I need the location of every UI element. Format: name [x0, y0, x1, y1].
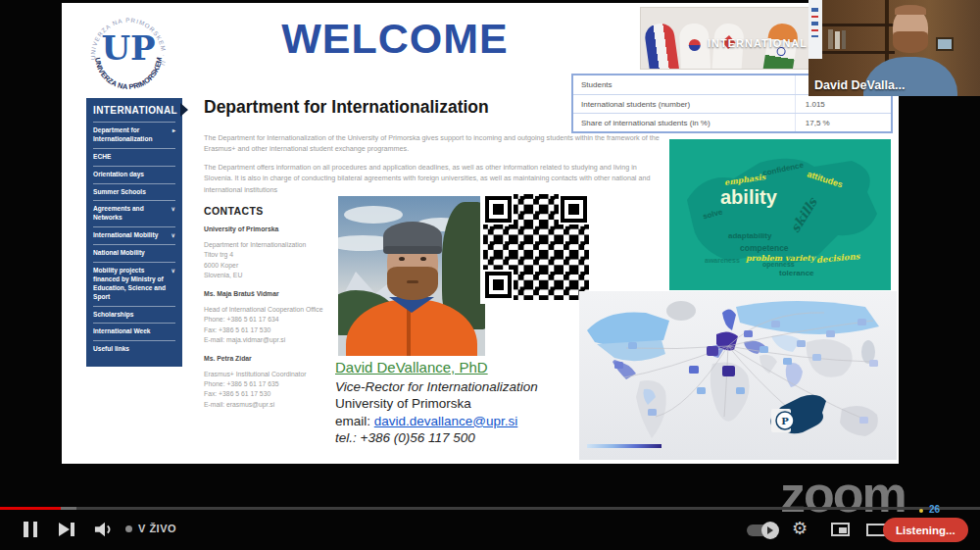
- sidebar-item-international-week[interactable]: International Week: [93, 323, 175, 340]
- wordcloud-word: competence: [740, 243, 789, 253]
- settings-gear-icon[interactable]: ⚙: [792, 518, 808, 539]
- poster-shape: [808, 0, 822, 59]
- sidebar-item-label: Mobility projects financed by Ministry o…: [93, 267, 170, 302]
- contact-line: E-mail: erasmus@upr.si: [204, 400, 343, 410]
- notification-dot-icon: [919, 509, 923, 513]
- sidebar-item-label: International Week: [93, 327, 151, 336]
- eye-shape: [399, 257, 405, 261]
- profile-photo: [338, 196, 485, 356]
- sidebar-item-label: Summer Schools: [93, 188, 146, 197]
- sidebar-item-international-mobility[interactable]: International Mobility ∨: [93, 226, 175, 244]
- tel-value: +386 (0)56 117 500: [361, 430, 475, 445]
- chevron-down-icon: ∨: [172, 231, 175, 240]
- wordcloud-slovenia-map: ability confidence attitudes emphasis so…: [669, 139, 891, 290]
- intro-paragraphs: The Department for Internationalization …: [204, 132, 661, 203]
- sidebar-item-label: National Mobility: [93, 249, 145, 258]
- progress-played: [0, 507, 61, 510]
- video-player-stage: UNIVERZA NA PRIMORSKEM · UNIVERSITÀ DEL …: [0, 0, 980, 550]
- contact-line: Fax: +386 5 61 17 530: [204, 325, 343, 335]
- autoplay-knob-icon: [761, 522, 779, 539]
- wordcloud-word: adaptability: [728, 231, 771, 240]
- contact-line: Department for Internationalization: [204, 240, 343, 250]
- live-label: V ŽIVO: [138, 523, 176, 534]
- welcome-title: WELCOME: [228, 15, 562, 63]
- contacts-heading: CONTACTS: [204, 205, 264, 217]
- world-map-partnerships: P: [579, 291, 897, 460]
- chevron-down-icon: ∨: [172, 205, 175, 223]
- volume-button[interactable]: [94, 521, 116, 538]
- profile-org: University of Primorska: [335, 395, 538, 412]
- profile-email-line: email: david.devallance@upr.si: [335, 413, 538, 429]
- contact-line: Erasmus+ Institutional Coordinator: [204, 370, 343, 379]
- contact-line: Phone: +386 5 61 17 635: [204, 379, 343, 389]
- sidebar-item-summer-schools[interactable]: Summer Schools: [93, 183, 175, 201]
- next-button[interactable]: [59, 522, 76, 537]
- shelf-shape: [822, 24, 895, 26]
- beanie-shape: [383, 222, 442, 251]
- mouth-shape: [407, 280, 418, 283]
- sidebar-item-orientation-days[interactable]: Orientation days: [93, 166, 175, 183]
- contact-line: Head of International Cooperation Office: [204, 305, 343, 315]
- contact-person-name: Ms. Maja Bratuš Vidmar: [204, 289, 343, 299]
- table-row: Share of international students (in %) 1…: [573, 113, 891, 131]
- sidebar-item-mobility-projects[interactable]: Mobility projects financed by Ministry o…: [93, 262, 175, 306]
- sidebar-item-label: ECHE: [93, 153, 111, 162]
- sidebar-header-label: INTERNATIONAL: [93, 105, 177, 116]
- email-link[interactable]: david.devallance@upr.si: [374, 414, 518, 428]
- contact-line: Phone: +386 5 61 17 634: [204, 315, 343, 325]
- table-cell-value: 17,5 %: [796, 119, 830, 127]
- sidebar-item-label: Useful links: [93, 345, 129, 354]
- contacts-block: University of Primorska Department for I…: [204, 225, 343, 419]
- profile-name-link[interactable]: David DeVallance, PhD: [335, 358, 488, 376]
- book-shape: [842, 30, 846, 49]
- beard-shape: [387, 267, 438, 300]
- contact-line: 6000 Koper: [204, 261, 343, 271]
- flag-hand-korea-icon: [679, 23, 711, 70]
- sidebar-item-department[interactable]: Department for Internationalization ▸: [93, 122, 175, 148]
- international-banner-image: INTERNATIONAL: [640, 7, 812, 70]
- flag-hand-france-icon: [644, 22, 680, 70]
- chevron-down-icon: ∨: [172, 267, 175, 302]
- logo-monogram: UP: [101, 28, 155, 68]
- miniplayer-button[interactable]: [831, 523, 850, 536]
- pause-button[interactable]: [24, 522, 39, 537]
- email-prefix: email:: [335, 414, 374, 428]
- sidebar-nav: INTERNATIONAL Department for Internation…: [86, 98, 182, 367]
- live-indicator[interactable]: V ŽIVO: [125, 523, 176, 534]
- profile-title: Vice-Rector for Internationalization: [335, 378, 538, 395]
- speaker-icon: [94, 521, 116, 538]
- sidebar-item-agreements[interactable]: Agreements and Networks ∨: [93, 200, 175, 226]
- book-shape: [835, 31, 840, 49]
- table-header-cell: Students: [573, 75, 796, 94]
- shelf-shape: [822, 51, 895, 54]
- page-title: Department for Internationalization: [204, 97, 489, 118]
- table-cell-label: International students (number): [573, 95, 796, 113]
- sidebar-arrow-icon: [180, 103, 188, 117]
- notification-count: 26: [929, 504, 940, 515]
- book-shape: [828, 29, 833, 49]
- sidebar-item-label: Scholarships: [93, 311, 133, 320]
- paragraph: The Department for Internationalization …: [204, 132, 661, 154]
- tel-prefix: tel.:: [335, 430, 361, 445]
- sidebar-item-scholarships[interactable]: Scholarships: [93, 306, 175, 324]
- sidebar-item-label: Agreements and Networks: [93, 205, 170, 223]
- live-dot-icon: [125, 525, 132, 532]
- next-triangle-icon: [59, 523, 70, 536]
- progress-bar[interactable]: [0, 507, 980, 510]
- autoplay-toggle[interactable]: [747, 525, 778, 536]
- map-legend-gradient: [587, 444, 662, 448]
- banner-title: INTERNATIONAL: [708, 37, 808, 49]
- contact-line: Titov trg 4: [204, 250, 343, 260]
- wordcloud-word: tolerance: [779, 269, 814, 277]
- next-bar-icon: [71, 523, 74, 536]
- listening-badge[interactable]: Listening...: [883, 518, 968, 542]
- webcam-person-beard: [893, 31, 928, 53]
- cloud-shape: [344, 206, 403, 224]
- sidebar-item-useful-links[interactable]: Useful links: [93, 340, 175, 358]
- contact-line: Slovenia, EU: [204, 271, 343, 280]
- sidebar-item-national-mobility[interactable]: National Mobility: [93, 244, 175, 262]
- university-logo: UNIVERZA NA PRIMORSKEM · UNIVERSITÀ DEL …: [83, 7, 173, 97]
- paragraph: The Department offers information on all…: [204, 162, 661, 194]
- sidebar-item-label: Orientation days: [93, 171, 144, 179]
- sidebar-item-eche[interactable]: ECHE: [93, 148, 175, 166]
